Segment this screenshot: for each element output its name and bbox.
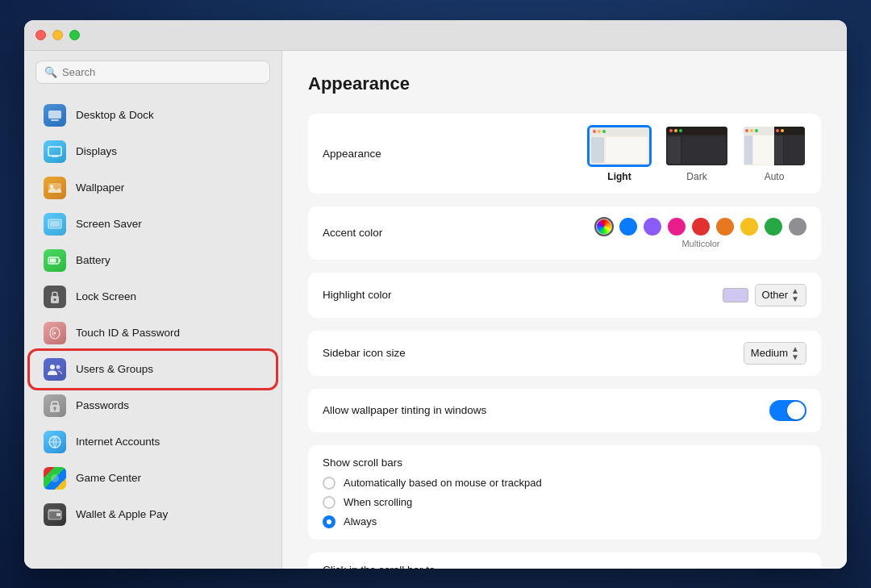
- sidebar-label-battery: Battery: [76, 254, 110, 266]
- click-scroll-section: Click in the scroll bar to Jump to the n…: [308, 553, 821, 569]
- internet-icon: [44, 431, 66, 453]
- touchid-icon: [44, 322, 66, 344]
- sidebar-item-touchid[interactable]: Touch ID & Password: [31, 315, 275, 351]
- scroll-bars-row: Show scroll bars Automatically based on …: [308, 445, 821, 540]
- highlight-color-row: Highlight color Other ▲ ▼: [308, 273, 821, 318]
- sidebar-item-displays[interactable]: Displays: [31, 134, 275, 169]
- scroll-bars-label: Show scroll bars: [323, 457, 484, 469]
- wallpaper-tinting-control: [769, 400, 806, 421]
- svg-rect-25: [56, 513, 60, 516]
- maximize-button[interactable]: [69, 30, 80, 40]
- sidebar-item-passwords[interactable]: Passwords: [31, 388, 275, 423]
- sidebar-icon-arrows: ▲ ▼: [791, 345, 799, 361]
- svg-point-22: [51, 474, 59, 482]
- minimize-button[interactable]: [52, 30, 63, 40]
- sidebar-label-usersgroups: Users & Groups: [76, 363, 153, 375]
- sidebar-item-internetaccounts[interactable]: Internet Accounts: [31, 424, 275, 460]
- sidebar-label-touchid: Touch ID & Password: [76, 327, 180, 339]
- svg-rect-10: [50, 258, 56, 262]
- accent-blue[interactable]: [619, 218, 637, 236]
- sidebar-icon-dropdown[interactable]: Medium ▲ ▼: [744, 342, 806, 365]
- system-preferences-window: 🔍 Desktop & Dock: [24, 20, 847, 569]
- accent-red[interactable]: [692, 218, 710, 236]
- sidebar-item-wallet[interactable]: Wallet & Apple Pay: [31, 497, 275, 532]
- scroll-bars-scrolling[interactable]: When scrolling: [323, 496, 806, 509]
- svg-point-12: [54, 298, 56, 301]
- highlight-swatch: [723, 288, 748, 302]
- svg-rect-7: [50, 221, 60, 227]
- appearance-label: Appearance: [323, 148, 484, 160]
- accent-green[interactable]: [765, 218, 782, 236]
- passwords-icon: [44, 394, 66, 417]
- appearance-option-auto[interactable]: Auto: [742, 125, 806, 182]
- scroll-bars-always[interactable]: Always: [323, 515, 806, 528]
- svg-point-15: [50, 365, 55, 369]
- svg-rect-1: [51, 119, 59, 121]
- scroll-bars-options: Automatically based on mouse or trackpad…: [323, 477, 806, 528]
- sidebar-item-lockscreen[interactable]: Lock Screen: [31, 279, 275, 315]
- sidebar-label-displays: Displays: [76, 145, 117, 157]
- accent-yellow[interactable]: [740, 218, 758, 236]
- sidebar-icon-row: Sidebar icon size Medium ▲ ▼: [308, 331, 821, 376]
- sidebar-label-desktop-dock: Desktop & Dock: [76, 109, 154, 121]
- sidebar-label-wallet: Wallet & Apple Pay: [76, 508, 168, 520]
- radio-scrolling: [323, 496, 335, 509]
- svg-rect-0: [48, 111, 61, 119]
- titlebar: [24, 20, 847, 51]
- appearance-options: Light: [587, 125, 806, 182]
- sidebar-scroll[interactable]: Desktop & Dock Displays: [24, 94, 281, 569]
- appearance-option-light[interactable]: Light: [587, 125, 652, 182]
- sidebar-label-wallpaper: Wallpaper: [76, 181, 124, 194]
- svg-rect-19: [54, 409, 55, 411]
- highlight-color-control: Other ▲ ▼: [723, 284, 806, 307]
- highlight-color-label: Highlight color: [323, 289, 484, 301]
- accent-multicolor[interactable]: [595, 218, 613, 236]
- scroll-bars-auto[interactable]: Automatically based on mouse or trackpad: [323, 477, 806, 490]
- accent-graphite[interactable]: [789, 218, 806, 236]
- sidebar-item-battery[interactable]: Battery: [31, 243, 275, 278]
- svg-rect-2: [48, 147, 61, 156]
- wallpaper-tinting-row: Allow wallpaper tinting in windows: [308, 389, 821, 432]
- highlight-dropdown[interactable]: Other ▲ ▼: [755, 284, 806, 307]
- dropdown-arrows: ▲ ▼: [791, 287, 799, 303]
- search-icon: 🔍: [44, 66, 57, 78]
- sidebar-label-internetaccounts: Internet Accounts: [76, 436, 160, 448]
- accent-orange[interactable]: [716, 218, 734, 236]
- close-button[interactable]: [35, 30, 46, 40]
- page-title: Appearance: [308, 73, 821, 94]
- click-scroll-label: Click in the scroll bar to: [323, 564, 484, 569]
- sidebar-item-usersgroups[interactable]: Users & Groups: [31, 352, 275, 387]
- sidebar-label-passwords: Passwords: [76, 399, 129, 411]
- appearance-name-auto: Auto: [765, 171, 785, 182]
- accent-selected-label: Multicolor: [595, 239, 806, 248]
- accent-color-control: Multicolor: [595, 218, 806, 248]
- search-bar[interactable]: 🔍: [35, 60, 270, 84]
- sidebar-item-wallpaper[interactable]: Wallpaper: [31, 170, 275, 206]
- scroll-bars-section: Show scroll bars Automatically based on …: [308, 445, 821, 540]
- displays-icon: [44, 140, 66, 163]
- sidebar-item-desktop-dock[interactable]: Desktop & Dock: [31, 98, 275, 133]
- sidebar-icon-control: Medium ▲ ▼: [744, 342, 806, 365]
- wallpaper-tinting-toggle[interactable]: [769, 400, 806, 421]
- battery-icon: [44, 249, 66, 272]
- accent-pink[interactable]: [668, 218, 686, 236]
- appearance-name-light: Light: [607, 171, 631, 182]
- appearance-option-dark[interactable]: Dark: [665, 125, 729, 182]
- appearance-row: Appearance: [308, 114, 821, 194]
- lockscreen-icon: [44, 286, 66, 308]
- svg-rect-24: [48, 509, 60, 511]
- sidebar-label-gamecenter: Game Center: [76, 472, 141, 484]
- window-content: 🔍 Desktop & Dock: [24, 51, 847, 569]
- svg-point-16: [56, 365, 60, 369]
- click-scroll-row: Click in the scroll bar to Jump to the n…: [308, 553, 821, 569]
- sidebar-icon-section: Sidebar icon size Medium ▲ ▼: [308, 331, 821, 376]
- sidebar-item-screensaver[interactable]: Screen Saver: [31, 206, 275, 242]
- search-input[interactable]: [62, 66, 261, 78]
- appearance-name-dark: Dark: [686, 171, 706, 182]
- sidebar-item-gamecenter[interactable]: Game Center: [31, 461, 275, 496]
- accent-circles: [595, 218, 806, 236]
- gamecenter-icon: [44, 467, 66, 490]
- accent-purple[interactable]: [644, 218, 661, 236]
- svg-point-14: [54, 332, 56, 334]
- highlight-color-section: Highlight color Other ▲ ▼: [308, 273, 821, 318]
